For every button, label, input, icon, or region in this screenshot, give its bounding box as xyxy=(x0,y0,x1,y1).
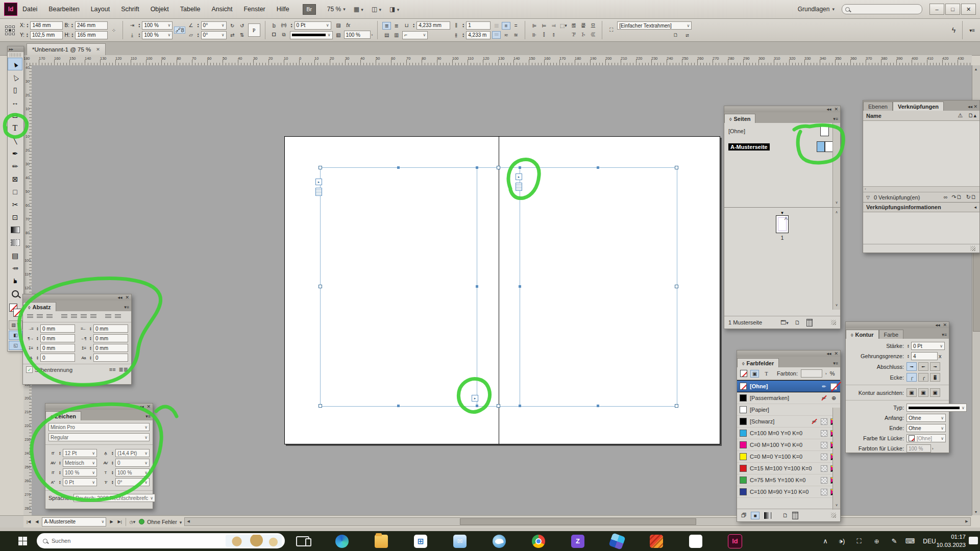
tint-field[interactable] xyxy=(801,369,822,378)
align-toward-spine-button[interactable] xyxy=(104,313,112,320)
close-button[interactable]: ✕ xyxy=(961,4,976,15)
left-frame-out-port[interactable]: ▸ xyxy=(472,395,478,402)
tray-chevron-icon[interactable]: ∧ xyxy=(819,531,832,551)
font-style-dropdown[interactable]: Regular xyxy=(48,433,150,441)
join-round-button[interactable]: ╭ xyxy=(918,373,928,382)
align-stroke-center-button[interactable]: ▣ xyxy=(906,388,917,397)
stroke-weight-panel-field[interactable]: 0 Pt xyxy=(911,342,945,350)
columns-field[interactable]: 1 xyxy=(466,21,491,30)
edge-app-icon[interactable] xyxy=(333,531,351,551)
tab-seiten[interactable]: Seiten xyxy=(724,114,755,123)
formatting-affects-buttons[interactable]: ▨ T xyxy=(9,320,22,330)
align-center-icon[interactable]: ⊨ xyxy=(540,22,548,30)
new-swatch-button[interactable]: 🗋 xyxy=(782,512,788,518)
start-button[interactable] xyxy=(12,531,33,551)
close-icon[interactable]: ✕ xyxy=(973,104,977,109)
paragraph-value-field[interactable]: 0 mm xyxy=(40,344,75,352)
workspace-switcher[interactable]: Grundlagen xyxy=(798,6,835,13)
join-bevel-button[interactable]: 🯄 xyxy=(930,373,940,382)
last-page-button[interactable]: ▶| xyxy=(117,518,123,525)
eyedropper-tool[interactable]: ✏ xyxy=(8,262,22,274)
justify-all-button[interactable] xyxy=(89,313,97,320)
opacity-field[interactable]: 100 % xyxy=(344,31,371,39)
update-link-icon[interactable]: ↻🗋 xyxy=(966,194,976,201)
panel-menu-icon[interactable]: ▾≡ xyxy=(833,116,838,121)
touch-keyboard-icon[interactable]: ⌨ xyxy=(902,531,918,551)
stroke-swatch-none[interactable] xyxy=(13,309,21,317)
resize-grip[interactable] xyxy=(831,320,836,325)
close-icon[interactable]: ✕ xyxy=(834,107,838,112)
relink-icon[interactable]: ∞ xyxy=(944,194,948,201)
panel-menu-icon[interactable]: ▾≡ xyxy=(942,332,947,337)
character-value-field[interactable]: (14,4 Pt) xyxy=(115,449,150,457)
gap-tool[interactable]: ↔ xyxy=(8,96,22,109)
pen-tool[interactable]: ✒ xyxy=(8,147,22,160)
align-center-button[interactable] xyxy=(36,313,43,320)
links-hscroll[interactable]: ‹ xyxy=(863,186,979,192)
frame-inset-field[interactable]: 4,233 mm xyxy=(416,21,450,30)
z-app-icon[interactable]: Z xyxy=(569,531,587,551)
start-dropdown[interactable]: Ohne xyxy=(906,414,946,422)
selection-bounding-box[interactable] xyxy=(320,167,677,407)
handle-bottom-right[interactable] xyxy=(675,404,678,408)
link-scale-icon[interactable]: 🔗︎8 xyxy=(174,27,185,34)
collapse-icon[interactable]: ◂◂ xyxy=(826,107,831,112)
character-value-field[interactable]: 0 xyxy=(115,459,150,467)
paragraph-value-field[interactable]: 0 mm xyxy=(40,334,75,342)
paragraph-value-field[interactable]: 0 xyxy=(93,354,128,362)
affect-container-button[interactable]: ▣ xyxy=(750,370,759,378)
control-panel-menu-icon[interactable]: ▾≡ xyxy=(969,28,975,33)
reference-point-proxy[interactable] xyxy=(5,26,15,35)
horizontal-ruler[interactable]: 1801701601501401301201101009080706050403… xyxy=(23,55,972,66)
preflight-dropdown[interactable] xyxy=(180,519,182,525)
scale-y-field[interactable]: 100 % xyxy=(142,31,173,39)
swatch-row[interactable]: [Ohne] xyxy=(737,380,840,392)
quick-apply-icon[interactable]: ϟ xyxy=(952,26,955,34)
indesign-taskbar-icon[interactable]: Id xyxy=(726,531,744,551)
swatch-views-button[interactable]: 🗇 xyxy=(741,512,747,518)
tab-close-icon[interactable]: ✕ xyxy=(96,47,100,52)
scissors-tool[interactable]: ✂ xyxy=(8,198,22,211)
align-left-icon[interactable]: ⊫ xyxy=(530,22,538,30)
swatch-row[interactable]: C=0 M=0 Y=100 K=0 xyxy=(737,451,840,463)
panel-menu-icon[interactable]: ▾≡ xyxy=(124,305,129,310)
align-right-button[interactable] xyxy=(45,313,53,320)
collapse-icon[interactable]: ◂◂ xyxy=(935,322,940,328)
content-collector-tool[interactable]: ⊟ xyxy=(8,109,22,121)
pen-tray-icon[interactable]: ✎ xyxy=(887,531,901,551)
taskbar-search[interactable]: Suchen xyxy=(37,533,285,548)
align-options-icon[interactable]: ⬚ xyxy=(559,22,568,30)
apply-color-button[interactable]: ◧ xyxy=(9,331,22,340)
type-tool[interactable]: T xyxy=(8,121,22,134)
constrain-proportions-icon[interactable]: ⁘ xyxy=(109,27,118,34)
align-away-spine-button[interactable] xyxy=(114,313,121,320)
collapse-icon[interactable]: ◂◂ xyxy=(826,351,831,356)
page-select-dropdown[interactable]: A-Musterseite xyxy=(42,517,106,527)
paragraph-value-field[interactable]: 0 xyxy=(40,354,75,362)
swatch-row[interactable]: C=100 M=90 Y=10 K=0 xyxy=(737,486,840,498)
prev-page-button[interactable]: ◀ xyxy=(34,518,39,525)
menu-item[interactable]: Tabelle xyxy=(180,6,201,13)
x-field[interactable]: 148 mm xyxy=(30,21,63,30)
menu-item[interactable]: Schrift xyxy=(121,6,139,13)
align-left-button[interactable] xyxy=(26,313,34,320)
links-info-title[interactable]: Verknüpfungsinformationen xyxy=(866,204,941,210)
new-page-button[interactable]: 🗋 xyxy=(795,319,800,325)
justify-left-button[interactable] xyxy=(60,313,68,320)
edit-page-size-button[interactable]: 🗔 xyxy=(780,319,789,325)
collapse-icon[interactable]: ◂◂ xyxy=(117,295,122,300)
maximize-button[interactable]: □ xyxy=(945,4,960,15)
x-stepper[interactable] xyxy=(26,23,29,28)
menu-item[interactable]: Bearbeiten xyxy=(48,6,79,13)
handle-mid-left[interactable] xyxy=(318,285,322,288)
file-explorer-app-icon[interactable] xyxy=(372,531,390,551)
master-a-spread-icon[interactable] xyxy=(817,141,833,152)
handle-top-right[interactable] xyxy=(675,166,678,169)
height-stepper[interactable] xyxy=(70,33,74,37)
swatch-row[interactable]: [Papier] xyxy=(737,404,840,416)
direct-selection-tool[interactable]: △ xyxy=(8,70,22,83)
handle-top-center[interactable] xyxy=(497,166,500,169)
rotate-cw-icon[interactable]: ↻ xyxy=(228,22,237,30)
height-field[interactable]: 165 mm xyxy=(75,31,108,39)
arrange-documents-button[interactable]: ◨ xyxy=(389,6,399,13)
